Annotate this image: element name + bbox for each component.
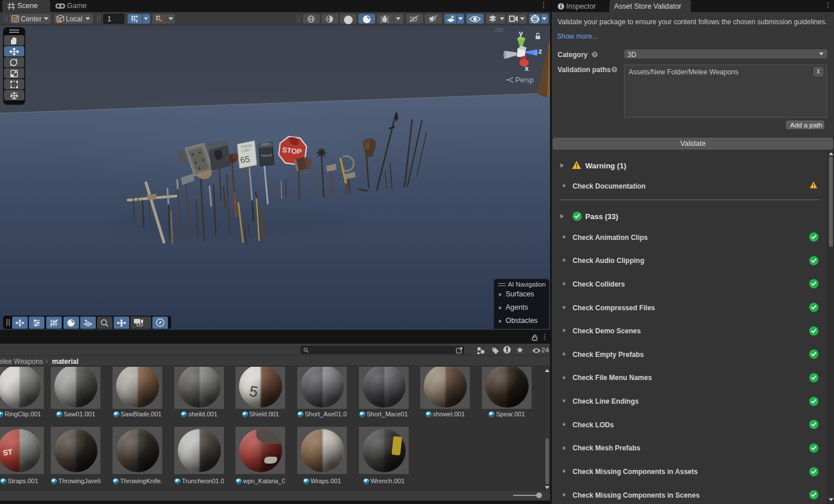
svg-text:?: ? bbox=[593, 52, 596, 57]
svg-text:65: 65 bbox=[240, 154, 250, 165]
svg-text:Persp: Persp bbox=[515, 76, 534, 84]
svg-text:y: y bbox=[519, 29, 523, 37]
svg-text:Y: Y bbox=[135, 18, 139, 23]
svg-text:x: x bbox=[525, 65, 529, 73]
svg-text:?: ? bbox=[613, 67, 616, 72]
svg-text:z: z bbox=[538, 47, 542, 55]
